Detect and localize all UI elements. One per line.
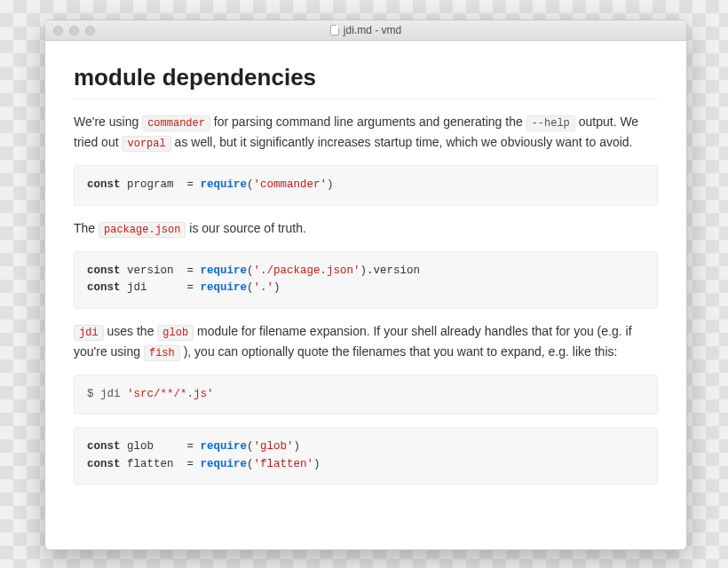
function: require [201, 440, 248, 453]
code-block-1: const program = require('commander') [74, 165, 658, 205]
keyword: const [87, 281, 121, 294]
text: The [74, 221, 99, 235]
function: require [201, 458, 248, 470]
text: program = [121, 178, 201, 191]
string: '.' [254, 281, 274, 294]
string: 'flatten' [254, 458, 314, 470]
punct: ) [273, 281, 281, 294]
punct: ( [247, 281, 254, 294]
text: uses the [107, 324, 158, 338]
close-button[interactable] [53, 26, 63, 36]
window-title-text: jdi.md - vmd [344, 24, 401, 36]
paragraph-1: We're using commander for parsing comman… [74, 112, 658, 153]
function: require [201, 281, 248, 294]
code-block-2: const version = require('./package.json'… [74, 251, 658, 309]
code-block-4: const glob = require('glob') const flatt… [74, 427, 658, 485]
string: 'src/**/*.js' [127, 388, 214, 400]
inline-code-vorpal: vorpal [122, 136, 170, 152]
text: jdi = [121, 281, 201, 294]
text: for parsing command line arguments and g… [214, 114, 526, 129]
titlebar[interactable]: jdi.md - vmd [45, 20, 686, 41]
string: './package.json' [254, 264, 360, 277]
punct: ) [313, 458, 320, 470]
minimize-button[interactable] [69, 26, 79, 36]
inline-code-fish: fish [144, 345, 180, 361]
text: is our source of truth. [189, 221, 306, 235]
keyword: const [87, 264, 121, 277]
punct: ( [247, 264, 254, 277]
keyword: const [87, 178, 121, 191]
page-title: module dependencies [74, 64, 658, 99]
keyword: const [87, 458, 121, 470]
app-window: jdi.md - vmd module dependencies We're u… [44, 20, 687, 550]
inline-code-help: --help [526, 115, 575, 131]
text: version = [121, 264, 201, 277]
inline-code-commander: commander [142, 115, 210, 131]
text: flatten = [121, 458, 201, 470]
punct: ) [327, 178, 334, 191]
string: 'commander' [254, 178, 328, 191]
text: We're using [74, 114, 142, 129]
punct: ).version [360, 264, 421, 277]
zoom-button[interactable] [85, 26, 95, 36]
text: as well, but it significantly increases … [175, 135, 633, 149]
punct: ( [247, 458, 254, 470]
punct: ) [294, 440, 301, 453]
prompt: $ jdi [87, 388, 127, 400]
window-controls [45, 26, 95, 36]
paragraph-3: jdi uses the glob module for filename ex… [74, 321, 658, 362]
string: 'glob' [254, 440, 294, 453]
window-title: jdi.md - vmd [45, 24, 686, 36]
text: ), you can optionally quote the filename… [184, 344, 618, 359]
punct: ( [247, 440, 254, 453]
text: glob = [121, 440, 201, 453]
file-icon [330, 25, 339, 36]
keyword: const [87, 440, 121, 453]
inline-code-jdi: jdi [74, 325, 104, 341]
function: require [201, 178, 248, 191]
paragraph-2: The package.json is our source of truth. [74, 218, 658, 239]
inline-code-glob: glob [157, 325, 194, 341]
inline-code-package-json: package.json [99, 222, 186, 238]
function: require [201, 264, 248, 277]
document-content: module dependencies We're using commande… [45, 41, 686, 515]
punct: ( [247, 178, 254, 191]
code-block-3: $ jdi 'src/**/*.js' [74, 375, 658, 414]
